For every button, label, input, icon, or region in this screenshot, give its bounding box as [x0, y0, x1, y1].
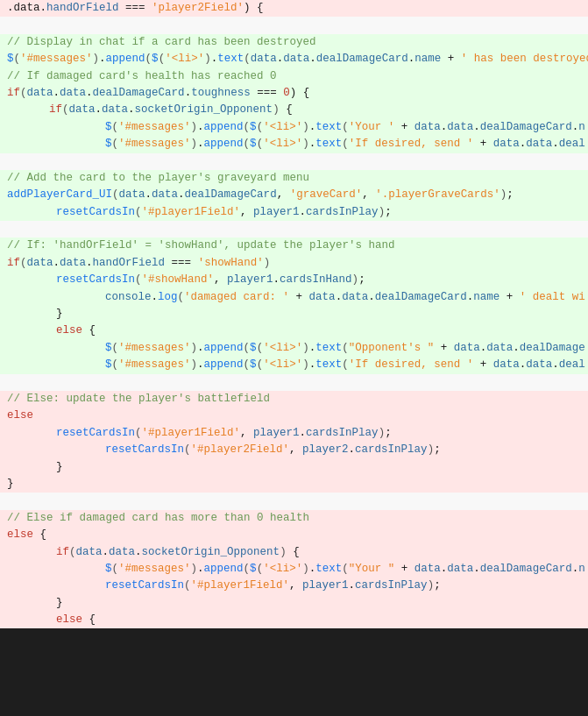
code-line-32: else {: [0, 527, 588, 543]
code-line-21: $('#messages').append($('<li>').text("Op…: [0, 340, 588, 357]
code-line-15: // If: 'handOrField' = 'showHand', updat…: [0, 237, 588, 254]
code-line-11: // Add the card to the player's graveyar…: [0, 170, 588, 187]
code-line-12: addPlayerCard_UI(data.data.dealDamageCar…: [0, 187, 588, 203]
code-line-23: [0, 374, 588, 391]
code-line-14: [0, 221, 588, 237]
code-line-36: }: [0, 595, 588, 612]
code-line-8: $('#messages').append($('<li>').text('Yo…: [0, 119, 588, 136]
code-line-35: resetCardsIn('#player1Field', player1.ca…: [0, 578, 588, 594]
code-line-28: }: [0, 459, 588, 476]
code-line-19: }: [0, 306, 588, 323]
code-line-27: resetCardsIn('#player2Field', player2.ca…: [0, 442, 588, 458]
code-line-1: .data.handOrField === 'player2Field') {: [0, 0, 588, 17]
code-line-25: else: [0, 408, 588, 424]
code-line-26: resetCardsIn('#player1Field', player1.ca…: [0, 425, 588, 442]
code-line-10: [0, 153, 588, 170]
code-line-6: if(data.data.dealDamageCard.toughness ==…: [0, 85, 588, 102]
code-line-16: if(data.data.handOrField === 'showHand'): [0, 255, 588, 272]
code-line-31: // Else if damaged card has more than 0 …: [0, 510, 588, 527]
code-line-3: // Display in chat if a card has been de…: [0, 34, 588, 51]
code-line-33: if(data.data.socketOrigin_Opponent) {: [0, 544, 588, 561]
code-line-29: }: [0, 476, 588, 493]
code-editor: .data.handOrField === 'player2Field') { …: [0, 0, 588, 716]
code-line-17: resetCardsIn('#showHand', player1.cardsI…: [0, 272, 588, 288]
code-line-20: else {: [0, 323, 588, 339]
code-line-22: $('#messages').append($('<li>').text('If…: [0, 357, 588, 373]
code-line-34: $('#messages').append($('<li>').text("Yo…: [0, 561, 588, 578]
code-line-18: console.log('damaged card: ' + data.data…: [0, 289, 588, 306]
code-line-13: resetCardsIn('#player1Field', player1.ca…: [0, 204, 588, 221]
code-line-9: $('#messages').append($('<li>').text('If…: [0, 136, 588, 152]
code-line-30: [0, 493, 588, 509]
code-line-37: else {: [0, 612, 588, 628]
code-line-5: // If damaged card's health has reached …: [0, 68, 588, 85]
code-line-2: [0, 17, 588, 33]
code-line-7: if(data.data.socketOrigin_Opponent) {: [0, 102, 588, 118]
code-line-4: $('#messages').append($('<li>').text(dat…: [0, 51, 588, 67]
code-line-24: // Else: update the player's battlefield: [0, 391, 588, 408]
